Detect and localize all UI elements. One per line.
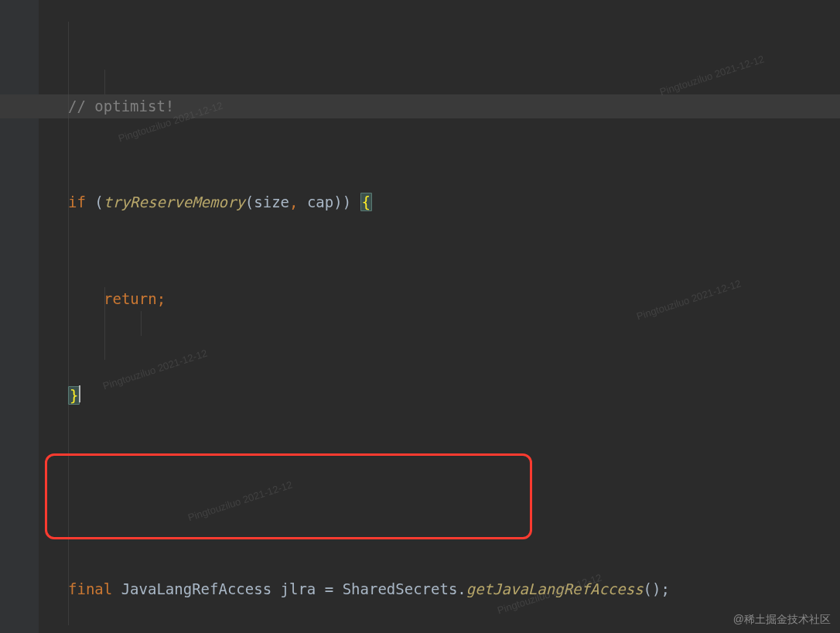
method-call: getJavaLangRefAccess (466, 580, 644, 597)
semicolon: ; (157, 290, 166, 307)
matched-brace-close: } (68, 386, 80, 405)
code-editor[interactable]: // optimist! if (tryReserveMemory(size, … (0, 0, 840, 633)
matched-brace-open: { (360, 193, 372, 211)
comment: // optimist! (68, 98, 174, 115)
code-line: if (tryReserveMemory(size, cap)) { (39, 190, 840, 214)
comma: , (289, 193, 298, 210)
gutter-current-line (0, 94, 39, 118)
code-line: return; (39, 287, 840, 311)
keyword-return: return (104, 290, 157, 307)
code-area[interactable]: // optimist! if (tryReserveMemory(size, … (39, 22, 840, 633)
keyword-if: if (68, 193, 86, 210)
text-cursor (79, 385, 80, 402)
keyword-final: final (68, 580, 112, 597)
text: SharedSecrets. (333, 580, 466, 597)
method-call: tryReserveMemory (104, 193, 245, 210)
text: cap)) (298, 193, 360, 210)
attribution-text: @稀土掘金技术社区 (733, 613, 831, 627)
text: JavaLangRefAccess jlra (112, 580, 325, 597)
text: ( (86, 193, 104, 210)
code-line: final JavaLangRefAccess jlra = SharedSec… (39, 577, 840, 601)
code-line: // optimist! (39, 94, 840, 118)
operator: = (325, 580, 333, 597)
code-line: } (39, 384, 840, 408)
code-line-empty (39, 481, 840, 505)
text: (size (245, 193, 289, 210)
text: (); (644, 580, 670, 597)
